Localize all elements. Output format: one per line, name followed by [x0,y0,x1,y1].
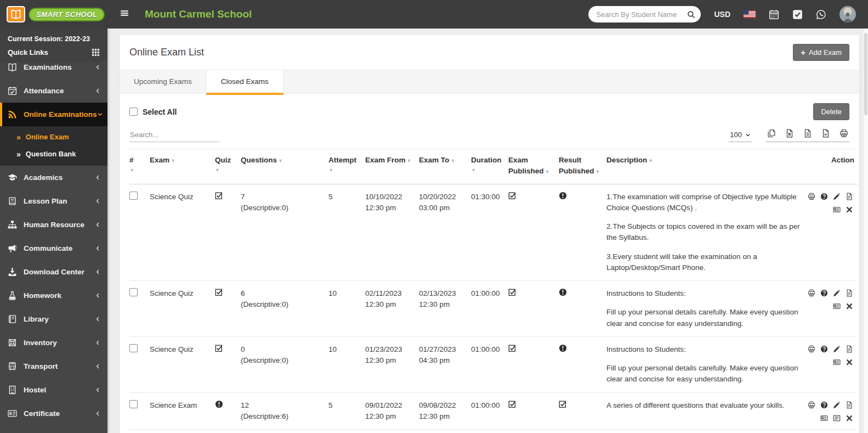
export-excel-icon[interactable] [785,129,794,138]
submenu-item-question-bank[interactable]: »Question Bank [0,145,107,162]
flask-icon [8,291,17,300]
select-all-checkbox[interactable] [129,108,138,116]
row-checkbox[interactable] [129,288,138,296]
sidebar-item-label: Online Examinations [24,110,97,119]
student-search-input[interactable] [596,10,687,19]
checked-checkbox-icon [215,344,223,352]
sidebar-item-online-examinations[interactable]: Online Examinations [0,103,107,126]
hamburger-menu-icon[interactable] [120,8,131,20]
select-all[interactable]: Select All [129,108,177,116]
sidebar-item-download-center[interactable]: Download Center [0,260,107,284]
current-session-label: Current Session: 2022-23 [8,35,100,43]
sidebar-item-human-resource[interactable]: Human Resource [0,213,107,237]
whatsapp-icon[interactable] [816,9,826,20]
column-header-result-published[interactable]: Result Published▾ [559,149,606,184]
action-help-icon[interactable] [820,401,828,409]
sidebar-item-transport[interactable]: Transport [0,355,107,378]
sort-caret-icon: ▾ [649,158,652,164]
action-file-icon[interactable] [846,401,853,409]
action-close-icon[interactable] [846,302,853,310]
submenu-item-online-exam[interactable]: »Online Exam [0,128,107,145]
exam-to-cell: 01/21/202304:00 pm [419,430,471,433]
export-pdf-icon[interactable] [821,129,830,138]
chevron-left-icon [95,387,101,393]
inventory-box-icon [8,338,17,347]
page-scrollbar[interactable] [864,29,868,433]
action-close-icon[interactable] [846,414,853,422]
column-header-exam-from[interactable]: Exam From▾ [365,149,419,184]
action-print-icon[interactable] [808,345,815,353]
action-file-icon[interactable] [846,289,853,297]
sidebar-item-label: Attendance [24,87,64,95]
exam-name: Science Exam [150,392,215,430]
action-help-icon[interactable] [820,289,828,297]
table-search-input[interactable] [129,128,220,142]
sidebar-item-front-cms[interactable]: Front CMS [0,425,107,433]
tab-closed-exams[interactable]: Closed Exams [206,70,283,93]
action-idcard-icon[interactable] [833,358,841,366]
action-idcard-icon[interactable] [820,414,828,422]
sidebar-item-examinations[interactable]: Examinations [0,55,107,79]
lesson-book-icon [8,196,17,206]
column-header-description[interactable]: Description▾ [606,149,805,184]
action-close-icon[interactable] [846,358,853,366]
exam-tabs: Upcoming Exams Closed Exams [120,70,859,93]
sidebar-item-inventory[interactable]: Inventory [0,331,107,355]
us-flag-icon[interactable] [744,10,756,18]
sidebar-item-communicate[interactable]: Communicate [0,237,107,260]
row-checkbox[interactable] [129,400,138,408]
delete-button[interactable]: Delete [813,103,849,120]
column-header-quiz[interactable]: Quiz▾ [215,149,241,184]
action-print-icon[interactable] [808,289,815,297]
chevron-down-icon [97,111,103,117]
brand-logo[interactable]: SMART SCHOOL [0,0,107,29]
action-close-icon[interactable] [846,206,853,213]
sidebar-item-lesson-plan[interactable]: Lesson Plan [0,189,107,213]
export-csv-icon[interactable] [803,129,812,138]
action-file-icon[interactable] [846,193,853,200]
add-exam-button[interactable]: + Add Exam [793,44,849,61]
column-header-exam-published[interactable]: Exam Published▾ [508,149,559,184]
scrollbar-thumb[interactable] [864,33,867,115]
column-header-exam[interactable]: Exam▾ [150,149,215,184]
action-edit-icon[interactable] [833,345,841,353]
row-actions [805,400,853,422]
page-size-select[interactable]: 100 [729,129,752,142]
export-copy-icon[interactable] [767,129,776,138]
exam-to-cell: 01/27/202304:30 pm [419,336,471,392]
sidebar-item-library[interactable]: Library [0,307,107,331]
action-edit-icon[interactable] [833,289,841,297]
column-header-num[interactable]: #▾ [129,149,150,184]
search-icon[interactable] [687,10,695,19]
action-edit-icon[interactable] [833,193,841,200]
action-edit-icon[interactable] [833,401,841,409]
currency-selector[interactable]: USD [714,10,730,19]
task-check-icon[interactable] [792,9,803,20]
export-print-icon[interactable] [839,129,848,138]
user-avatar[interactable] [839,6,856,23]
student-search[interactable] [588,6,701,23]
sidebar-item-homework[interactable]: Homework [0,284,107,307]
action-print-icon[interactable] [808,193,815,200]
checked-checkbox-icon [508,288,517,296]
calendar-icon[interactable] [769,9,779,20]
action-list-icon[interactable] [833,414,841,422]
action-help-icon[interactable] [820,345,828,353]
column-header-questions[interactable]: Questions▾ [241,149,328,184]
row-checkbox[interactable] [129,344,138,352]
sidebar-item-hostel[interactable]: Hostel [0,378,107,402]
row-checkbox[interactable] [129,192,138,200]
column-header-exam-to[interactable]: Exam To▾ [419,149,471,184]
sidebar-item-academics[interactable]: Academics [0,166,107,189]
action-help-icon[interactable] [820,193,828,200]
column-header-action: Action [805,149,858,184]
action-file-icon[interactable] [846,345,853,353]
column-header-attempt[interactable]: Attempt▾ [328,149,365,184]
tab-upcoming-exams[interactable]: Upcoming Exams [120,70,206,93]
column-header-duration[interactable]: Duration▾ [471,149,508,184]
sidebar-item-attendance[interactable]: Attendance [0,79,107,103]
sidebar-item-certificate[interactable]: Certificate [0,402,107,425]
action-print-icon[interactable] [808,401,815,409]
action-idcard-icon[interactable] [833,302,841,310]
action-idcard-icon[interactable] [833,206,841,213]
